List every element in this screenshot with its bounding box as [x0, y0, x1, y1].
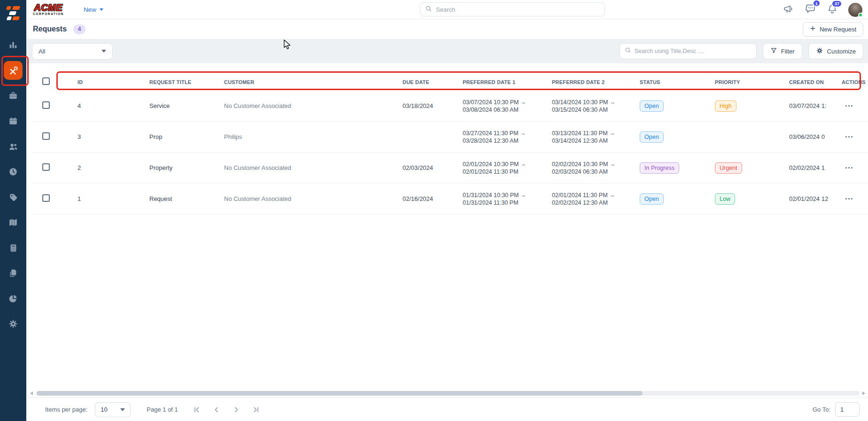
global-search[interactable] — [420, 2, 605, 16]
cell-preferred-date-2: 03/14/2024 10:30 PM→ 03/15/2024 06:30 AM — [547, 99, 634, 114]
table-row[interactable]: 4 Service No Customer Associated 03/18/2… — [32, 91, 868, 122]
table-row[interactable]: 1 Request No Customer Associated 02/16/2… — [32, 184, 868, 214]
row-checkbox[interactable] — [42, 132, 50, 140]
plus-icon — [810, 25, 816, 33]
column-header-customer[interactable]: CUSTOMER — [216, 79, 395, 85]
column-header-preferred-date-2[interactable]: PREFERRED DATE 2 — [547, 79, 634, 85]
chevron-down-icon — [120, 408, 125, 411]
table-search[interactable] — [620, 43, 757, 59]
first-page-button[interactable] — [190, 404, 203, 415]
zuper-logo-icon — [5, 5, 21, 21]
row-checkbox[interactable] — [42, 194, 50, 202]
gear-icon — [816, 47, 823, 56]
cell-request-title: Property — [141, 164, 216, 171]
items-per-page-dropdown[interactable]: 10 — [95, 402, 131, 417]
page-header: Requests 4 New Request — [26, 19, 868, 39]
sidebar-item-calendar[interactable] — [0, 108, 26, 134]
previous-page-button[interactable] — [210, 404, 223, 415]
cell-request-title: Request — [141, 195, 216, 202]
users-icon — [8, 141, 19, 152]
next-page-button[interactable] — [230, 404, 243, 415]
row-checkbox[interactable] — [42, 163, 50, 171]
cell-preferred-date-2: 02/02/2024 10:30 PM→ 02/03/2024 06:30 AM — [547, 161, 634, 176]
table-row[interactable]: 2 Property No Customer Associated 02/03/… — [32, 153, 868, 184]
column-header-priority[interactable]: PRIORITY — [709, 79, 783, 85]
sidebar-item-teams[interactable] — [0, 134, 26, 159]
cell-preferred-date-1: 02/01/2024 10:30 PM→ 02/01/2024 11:30 PM — [458, 161, 547, 176]
last-page-button[interactable] — [249, 404, 263, 415]
cell-priority: Urgent — [709, 162, 783, 174]
cell-status: In Progress — [634, 162, 709, 174]
sidebar-item-reports[interactable] — [0, 286, 26, 311]
announcements-button[interactable] — [783, 3, 794, 16]
messages-button[interactable]: 1 — [805, 3, 816, 16]
cell-id: 2 — [56, 164, 141, 171]
table-row[interactable]: 3 Prop Philips 03/27/2024 11:30 PM→ 03/2… — [32, 122, 868, 153]
messages-badge: 1 — [813, 0, 821, 7]
sidebar-item-map[interactable] — [0, 210, 26, 235]
row-actions-button[interactable] — [842, 195, 851, 202]
scroll-right-arrow-icon[interactable] — [862, 391, 865, 395]
briefcase-icon — [8, 91, 18, 101]
funnel-icon — [770, 47, 777, 55]
sidebar-item-documents[interactable] — [0, 260, 26, 286]
column-header-request-title[interactable]: REQUEST TITLE — [141, 79, 216, 85]
sidebar-item-requests[interactable] — [0, 58, 26, 83]
global-search-input[interactable] — [436, 6, 600, 13]
goto-page-input[interactable] — [835, 402, 860, 417]
top-bar: ACME CORPORATION New 1 — [26, 0, 868, 19]
row-actions-button[interactable] — [842, 164, 851, 171]
select-all-checkbox[interactable] — [42, 77, 50, 85]
pie-chart-icon — [8, 293, 18, 304]
notifications-button[interactable]: 37 — [827, 3, 838, 16]
sidebar — [0, 0, 26, 421]
search-icon — [425, 5, 432, 14]
app-logo[interactable] — [0, 0, 26, 26]
row-actions-button[interactable] — [842, 102, 851, 109]
chevron-down-icon — [100, 8, 103, 11]
cell-id: 3 — [56, 133, 141, 140]
cell-preferred-date-1: 03/07/2024 10:30 PM→ 03/08/2024 06:30 AM — [458, 99, 547, 114]
column-header-due-date[interactable]: DUE DATE — [395, 79, 458, 85]
sidebar-item-jobs[interactable] — [0, 83, 26, 108]
sidebar-item-tags[interactable] — [0, 184, 26, 210]
column-header-actions[interactable]: ACTIONS — [836, 79, 868, 85]
new-menu[interactable]: New — [84, 6, 103, 13]
new-request-button[interactable]: New Request — [803, 22, 863, 37]
cell-preferred-date-2: 03/13/2024 11:30 PM→ 03/14/2024 12:30 AM — [547, 130, 634, 145]
scroll-left-arrow-icon[interactable] — [30, 391, 33, 395]
cell-due-date: 02/16/2024 — [395, 195, 458, 202]
cell-request-title: Service — [141, 102, 216, 109]
cell-actions — [836, 195, 868, 202]
page-title: Requests — [33, 25, 67, 33]
column-header-status[interactable]: STATUS — [634, 79, 709, 85]
sidebar-item-timesheets[interactable] — [0, 159, 26, 184]
sidebar-item-settings[interactable] — [0, 311, 26, 337]
sidebar-item-invoices[interactable] — [0, 235, 26, 260]
cell-created-on: 03/07/2024 1: — [783, 102, 836, 109]
table-body: 4 Service No Customer Associated 03/18/2… — [26, 91, 868, 214]
row-actions-button[interactable] — [842, 133, 851, 140]
cell-status: Open — [634, 193, 709, 205]
column-header-id[interactable]: ID — [56, 79, 141, 85]
horizontal-scrollbar[interactable] — [30, 390, 865, 396]
view-filter-dropdown[interactable]: All — [32, 43, 113, 60]
arrow-right-icon: → — [609, 192, 615, 199]
column-header-created-on[interactable]: CREATED ON — [783, 79, 836, 85]
row-checkbox[interactable] — [42, 101, 50, 109]
column-header-preferred-date-1[interactable]: PREFERRED DATE 1 — [458, 79, 547, 85]
user-avatar[interactable] — [848, 3, 862, 17]
cell-customer: No Customer Associated — [216, 164, 395, 171]
customize-button[interactable]: Customize — [808, 43, 863, 59]
status-badge: Open — [640, 193, 664, 205]
cell-preferred-date-1: 03/27/2024 11:30 PM→ 03/28/2024 12:30 AM — [458, 130, 547, 145]
sidebar-item-analytics[interactable] — [0, 32, 26, 58]
chevron-down-icon — [101, 50, 106, 53]
table-search-input[interactable] — [635, 48, 752, 54]
cell-created-on: 03/06/2024 0 — [783, 133, 836, 140]
analytics-icon — [8, 40, 18, 50]
view-filter-value: All — [39, 48, 101, 55]
arrow-right-icon: → — [609, 130, 615, 137]
filter-button[interactable]: Filter — [763, 43, 802, 59]
scrollbar-thumb[interactable] — [37, 391, 643, 396]
